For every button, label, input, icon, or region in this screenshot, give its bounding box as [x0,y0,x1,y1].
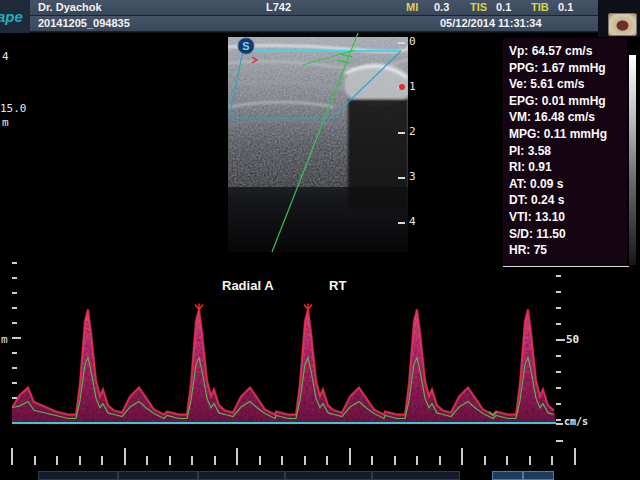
peak-caliper-marker[interactable] [304,304,312,310]
time-tick [529,456,531,465]
time-tick [124,448,126,465]
peak-caliper-marker[interactable] [195,304,203,310]
scale-tick [12,262,17,264]
time-tick [214,456,216,465]
focus-marker[interactable] [399,84,405,90]
measurement-row: Ve: 5.61 cm/s [509,76,627,93]
measurement-row: MPG: 0.11 mmHg [509,126,627,143]
scale-tick [556,419,561,421]
soft-menu-cell[interactable] [118,471,198,480]
depth-label: 3 [409,170,416,183]
time-tick [574,448,576,465]
time-tick [326,456,328,465]
measurement-row: VTI: 13.10 [509,209,627,226]
spectral-waveform [12,296,556,424]
datetime: 05/12/2014 11:31:34 [440,16,542,31]
time-tick [79,456,81,465]
time-tick [484,456,486,465]
probe-model: L742 [266,0,291,15]
depth-tick [398,222,405,224]
frequency-value: 4 [2,50,9,63]
depth-label: 4 [409,215,416,228]
tib-value: 0.1 [558,0,573,15]
velocity-scale-value: 50 [566,333,579,346]
soft-menu-cell-active[interactable] [523,471,554,480]
time-tick [551,456,553,465]
tis-label: TIS [470,0,487,15]
depth-tick [398,132,405,134]
brand-logo-text: ape [0,8,23,25]
depth-tick [398,42,405,44]
spectral-baseline[interactable] [12,422,556,424]
measurement-row: DT: 0.24 s [509,192,627,209]
scale-tick [556,371,561,373]
time-tick [304,456,306,465]
soft-menu-cell[interactable] [372,471,460,480]
bmode-render: S [228,33,408,252]
measurement-row: PI: 3.58 [509,143,627,160]
depth-label: 1 [409,80,416,93]
mi-value: 0.3 [434,0,449,15]
measurement-row: VM: 16.48 cm/s [509,109,627,126]
scale-tick [556,440,563,442]
time-tick [439,456,441,465]
depth-label: 0 [409,35,416,48]
measurement-row: S/D: 11.50 [509,226,627,243]
time-tick [236,448,238,465]
scale-tick [556,423,563,425]
time-tick [371,456,373,465]
soft-menu-cell[interactable] [38,471,118,480]
time-tick [169,456,171,465]
header-row-1: Dr. Dyachok L742 MI 0.3 TIS 0.1 TIB 0.1 [30,0,598,16]
side-label: RT [329,278,346,293]
scale-tick [556,387,561,389]
measurement-row: EPG: 0.01 mmHg [509,93,627,110]
body-marker-icon[interactable] [608,13,637,36]
depth-label: 2 [409,125,416,138]
depth-value: 15.0 [0,102,27,115]
scale-tick [12,277,17,279]
soft-menu-cell[interactable] [285,471,372,480]
vessel-label: Radial A [222,278,274,293]
measurement-panel: Vp: 64.57 cm/sPPG: 1.67 mmHgVe: 5.61 cm/… [503,38,627,266]
time-tick [11,448,13,465]
spectral-scale-unit: m [1,333,8,346]
time-tick [416,456,418,465]
header-bar: ape Dr. Dyachok L742 MI 0.3 TIS 0.1 TIB … [0,0,640,33]
depth-unit: m [2,116,9,129]
time-tick [101,456,103,465]
time-tick [506,456,508,465]
header-right [598,0,640,37]
scale-tick [556,275,561,277]
ultrasound-screen: ape Dr. Dyachok L742 MI 0.3 TIS 0.1 TIB … [0,0,640,480]
depth-scale: 01234 [396,33,430,252]
time-tick [394,456,396,465]
scale-tick [556,355,561,357]
soft-menu-bar [0,471,640,480]
time-tick [191,456,193,465]
velocity-unit-label: cm/s [564,416,588,427]
measurement-row: Vp: 64.57 cm/s [509,43,627,60]
scale-tick [556,291,561,293]
brand-logo: ape [0,0,30,33]
soft-menu-cell[interactable] [198,471,285,480]
depth-tick [398,177,405,179]
time-tick [259,456,261,465]
patient-name: Dr. Dyachok [38,0,102,15]
scale-tick [556,403,561,405]
time-tick [281,456,283,465]
tib-label: TIB [531,0,549,15]
time-tick [349,448,351,465]
header-row-2: 20141205_094835 05/12/2014 11:31:34 [30,16,598,32]
time-tick [461,448,463,465]
measurement-panel-underline [503,266,629,267]
time-tick [56,456,58,465]
soft-menu-cell-active[interactable] [492,471,523,480]
scale-tick [556,307,561,309]
measurement-row: HR: 75 [509,242,627,259]
measurement-row: RI: 0.91 [509,159,627,176]
mi-label: MI [406,0,418,15]
orientation-logo-letter: S [242,40,249,52]
grayscale-bar [629,55,636,265]
time-tick [34,456,36,465]
